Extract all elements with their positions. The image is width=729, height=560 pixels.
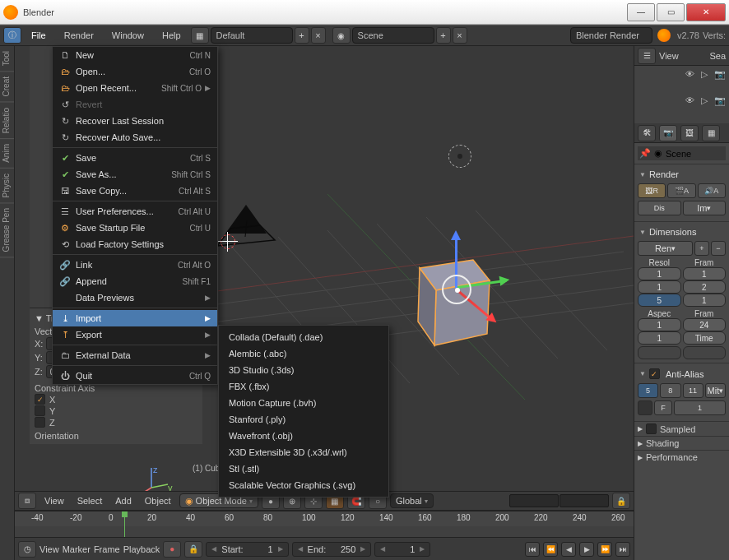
crop-toggle[interactable]	[683, 346, 727, 359]
timeline-menu-playback[interactable]: Playback	[123, 544, 160, 554]
menu-item-external-data[interactable]: 🗀External Data▶	[53, 347, 217, 363]
screen-layout-remove-button[interactable]: ×	[311, 27, 326, 44]
3dview-menu-add[interactable]: Add	[110, 496, 137, 506]
screen-layout-icon[interactable]: ▦	[191, 27, 209, 44]
outliner-menu-view[interactable]: View	[659, 51, 679, 61]
tab-create[interactable]: Creat	[0, 72, 14, 102]
menu-item-import[interactable]: ⤓Import▶	[53, 310, 217, 326]
frame-current-field[interactable]: ◀1▶	[374, 542, 430, 557]
fps[interactable]: 24	[683, 318, 727, 331]
border-toggle[interactable]	[638, 346, 681, 359]
tab-grease-pencil[interactable]: Grease Pen	[0, 203, 14, 257]
menu-file[interactable]: File	[23, 25, 54, 45]
properties-editor-icon[interactable]: 🛠	[638, 125, 656, 141]
outliner-search[interactable]: Sea	[709, 51, 726, 61]
tab-tools[interactable]: Tool	[0, 46, 14, 72]
menu-item-load-factory[interactable]: ⟲Load Factory Settings	[53, 236, 217, 252]
constraint-x-checkbox[interactable]: ✓	[35, 394, 45, 405]
time-remap[interactable]: Time	[683, 331, 727, 345]
frame-step[interactable]: 1	[683, 294, 727, 307]
menu-item-link[interactable]: 🔗LinkCtrl Alt O	[53, 257, 217, 273]
timeline-menu-marker[interactable]: Marker	[63, 544, 91, 554]
import-ply[interactable]: Stanford (.ply)	[219, 411, 388, 428]
scene-add-button[interactable]: +	[436, 27, 451, 44]
outliner-editor-icon[interactable]: ☰	[638, 48, 656, 64]
scene-icon[interactable]: ◉	[332, 27, 351, 44]
gizmo-center[interactable]	[442, 275, 471, 304]
import-alembic[interactable]: Alembic (.abc)	[219, 345, 388, 362]
display-mode-button[interactable]: Dis	[638, 201, 681, 215]
panel-performance[interactable]: Performance	[646, 452, 698, 462]
lamp-object[interactable]	[448, 145, 471, 168]
tab-relations[interactable]: Relatio	[0, 103, 14, 139]
menu-item-recover-last[interactable]: ↻Recover Last Session	[53, 113, 217, 129]
window-maximize-button[interactable]: ▭	[657, 3, 685, 21]
visibility-eye-icon[interactable]: 👁	[685, 69, 694, 80]
transform-orientation-dropdown[interactable]: Global▾	[390, 493, 434, 508]
auto-keyframe-icon[interactable]: ●	[163, 541, 181, 558]
render-engine-dropdown[interactable]: Blender Render	[570, 27, 652, 44]
import-stl[interactable]: Stl (.stl)	[219, 460, 388, 477]
menu-item-data-previews[interactable]: Data Previews▶	[53, 289, 217, 306]
aspect-x[interactable]: 1	[638, 318, 681, 331]
screen-layout-dropdown[interactable]: Default	[211, 27, 293, 44]
render-presets-dropdown[interactable]: Ren▾	[638, 241, 693, 256]
jump-end-button[interactable]: ⏭	[615, 542, 630, 557]
aa-5-button[interactable]: 5	[638, 383, 658, 398]
timeline-menu-frame[interactable]: Frame	[94, 544, 120, 554]
panel-antialias[interactable]: ✓Anti-Alias	[638, 367, 726, 381]
animation-button[interactable]: 🎬A	[667, 183, 695, 198]
scene-breadcrumb[interactable]: 📌◉Scene	[638, 146, 726, 160]
screen-layout-add-button[interactable]: +	[295, 27, 309, 44]
menu-item-user-preferences[interactable]: ☰User Preferences...Ctrl Alt U	[53, 203, 217, 220]
import-x3d[interactable]: X3D Extensible 3D (.x3d/.wrl)	[219, 444, 388, 460]
frame-end-field[interactable]: ◀End:250▶	[292, 542, 372, 557]
constraint-y-checkbox[interactable]	[35, 405, 45, 416]
import-bvh[interactable]: Motion Capture (.bvh)	[219, 395, 388, 411]
timeline-menu-view[interactable]: View	[39, 544, 59, 554]
menu-help[interactable]: Help	[154, 25, 189, 45]
menu-item-save-as[interactable]: ✔Save As...Shift Ctrl S	[53, 166, 217, 183]
display-image-dropdown[interactable]: Im▾	[683, 201, 727, 215]
menu-item-quit[interactable]: ⏻QuitCtrl Q	[53, 368, 217, 384]
renderable-camera-icon[interactable]: 📷	[714, 69, 726, 80]
3dview-editor-icon[interactable]: ⧈	[18, 493, 36, 509]
import-svg[interactable]: Scalable Vector Graphics (.svg)	[219, 477, 388, 493]
menu-item-save-copy[interactable]: 🖫Save Copy...Ctrl Alt S	[53, 183, 217, 199]
aa-filter-dropdown[interactable]: Mit▾	[705, 383, 726, 398]
play-button[interactable]: ▶	[579, 542, 594, 557]
context-render-icon[interactable]: 📷	[659, 125, 677, 141]
timeline[interactable]: -40-200204060801001201401601802002202402…	[15, 511, 634, 537]
aspect-y[interactable]: 1	[638, 331, 681, 345]
row-cursor-icon[interactable]: ▷	[701, 95, 708, 106]
row-eye-icon[interactable]: 👁	[685, 95, 694, 106]
keying-set-icon[interactable]: 🔒	[184, 541, 202, 558]
audio-button[interactable]: 🔊A	[698, 183, 726, 198]
frame-start-field[interactable]: ◀Start:1▶	[206, 542, 288, 557]
resolution-x[interactable]: 1	[638, 267, 681, 280]
context-scene-icon[interactable]: ▦	[702, 125, 720, 141]
jump-start-button[interactable]: ⏮	[525, 542, 540, 557]
timeline-editor-icon[interactable]: ◷	[18, 541, 36, 558]
3dview-menu-select[interactable]: Select	[72, 496, 108, 506]
import-fbx[interactable]: FBX (.fbx)	[219, 378, 388, 395]
import-obj[interactable]: Wavefront (.obj)	[219, 428, 388, 444]
import-collada[interactable]: Collada (Default) (.dae)	[219, 329, 388, 345]
3dview-menu-view[interactable]: View	[39, 496, 69, 506]
context-layers-icon[interactable]: 🖼	[680, 125, 699, 141]
import-3ds[interactable]: 3D Studio (.3ds)	[219, 362, 388, 378]
selectable-cursor-icon[interactable]: ▷	[701, 69, 708, 80]
panel-render[interactable]: Render	[638, 168, 726, 181]
info-editor-icon[interactable]: ⓘ	[3, 27, 21, 44]
resolution-pct[interactable]: 5	[638, 294, 681, 307]
menu-window[interactable]: Window	[104, 25, 152, 45]
lock-camera-icon[interactable]: 🔒	[612, 493, 630, 509]
outliner[interactable]: 👁 ▷ 📷 👁 ▷ 📷	[634, 66, 729, 123]
menu-item-open-recent[interactable]: 🗁Open Recent...Shift Ctrl O▶	[53, 80, 217, 96]
aa-size[interactable]: 1	[674, 400, 726, 415]
full-sample-checkbox[interactable]	[638, 400, 652, 415]
frame-end-prop[interactable]: 2	[683, 280, 727, 294]
preset-remove-button[interactable]: −	[711, 241, 726, 256]
scene-dropdown[interactable]: Scene	[352, 27, 434, 44]
menu-item-save[interactable]: ✔SaveCtrl S	[53, 150, 217, 166]
